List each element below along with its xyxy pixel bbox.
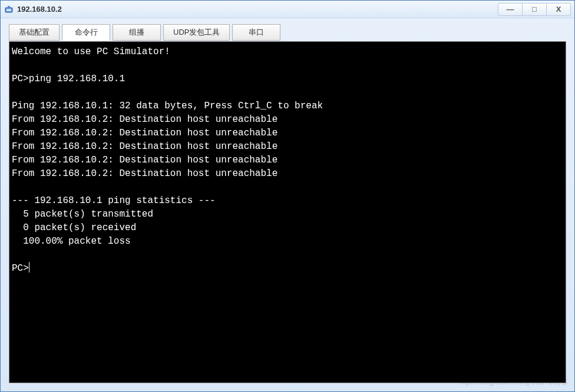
app-window: 192.168.10.2 — □ X 基础配置 命令行 组播 UDP发包工具 串…	[0, 0, 575, 392]
close-icon: X	[556, 5, 561, 14]
minimize-icon: —	[507, 5, 514, 14]
minimize-button[interactable]: —	[498, 3, 523, 16]
svg-rect-1	[6, 9, 11, 11]
terminal-output[interactable]: Welcome to use PC Simulator! PC>ping 192…	[9, 41, 566, 383]
terminal-prompt: PC>	[12, 263, 29, 274]
maximize-icon: □	[532, 5, 537, 14]
svg-rect-2	[8, 6, 10, 8]
tab-udp-tool[interactable]: UDP发包工具	[163, 24, 230, 41]
window-title: 192.168.10.2	[17, 5, 498, 14]
tab-multicast[interactable]: 组播	[113, 24, 161, 41]
tab-command-line[interactable]: 命令行	[62, 24, 110, 41]
close-button[interactable]: X	[546, 3, 571, 16]
window-controls: — □ X	[498, 3, 571, 16]
app-icon	[4, 5, 14, 14]
terminal-cursor	[29, 262, 29, 273]
tab-bar: 基础配置 命令行 组播 UDP发包工具 串口	[9, 24, 566, 42]
tab-label: 组播	[129, 27, 144, 38]
tab-label: UDP发包工具	[173, 27, 220, 38]
tab-serial[interactable]: 串口	[232, 24, 280, 41]
tab-label: 基础配置	[19, 27, 49, 38]
tab-label: 串口	[249, 27, 264, 38]
tab-label: 命令行	[75, 27, 98, 38]
tab-basic-config[interactable]: 基础配置	[9, 24, 60, 41]
titlebar[interactable]: 192.168.10.2 — □ X	[1, 1, 574, 18]
content-wrapper: 基础配置 命令行 组播 UDP发包工具 串口 Welcome to use PC…	[1, 18, 574, 391]
maximize-button[interactable]: □	[522, 3, 547, 16]
